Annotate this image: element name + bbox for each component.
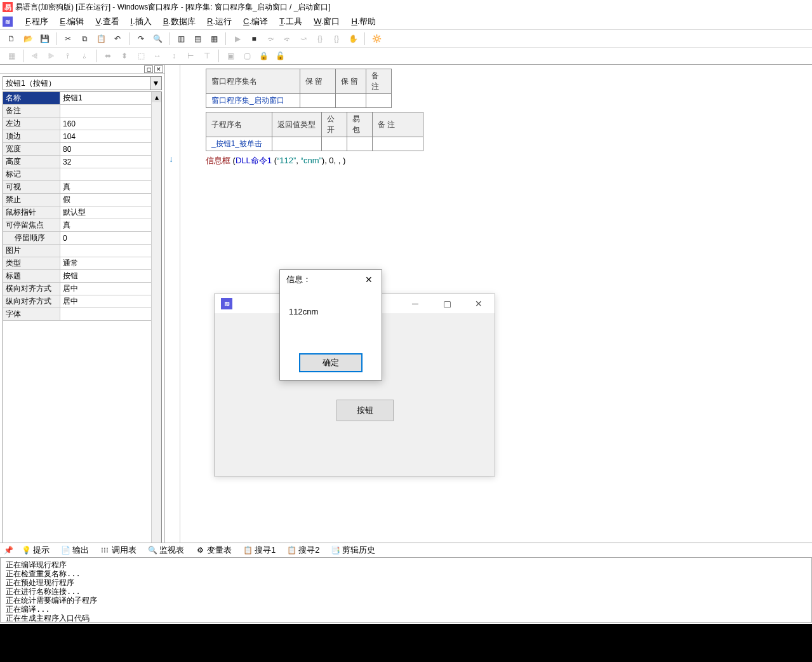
paste-icon[interactable]: 📋 <box>93 32 109 46</box>
code-line[interactable]: 信息框 (DLL命令1 (“112”, “cnm”), 0, , ) <box>206 155 787 166</box>
stop-icon[interactable]: ■ <box>246 32 262 46</box>
app-button[interactable]: 按钮 <box>336 400 394 421</box>
property-row[interactable]: 图片 <box>3 245 161 257</box>
property-row[interactable]: 可停留焦点真 <box>3 219 161 232</box>
property-value[interactable]: 居中 <box>60 283 161 295</box>
property-value[interactable] <box>60 245 161 257</box>
property-name[interactable]: 横向对齐方式 <box>3 283 60 295</box>
property-name[interactable]: 宽度 <box>3 143 60 155</box>
property-name[interactable]: 纵向对齐方式 <box>3 295 60 307</box>
property-name[interactable]: 高度 <box>3 156 60 168</box>
property-name[interactable]: 标题 <box>3 270 60 282</box>
menu-edit[interactable]: E.编辑 <box>55 15 89 29</box>
dock-icon[interactable]: ◻ <box>144 65 153 73</box>
property-value[interactable]: 104 <box>60 130 161 142</box>
outtab-calltable[interactable]: ⁝⁝⁝调用表 <box>98 543 139 557</box>
outtab-vars[interactable]: ⚙变量表 <box>193 543 234 557</box>
property-value[interactable] <box>60 168 161 180</box>
menu-database[interactable]: B.数据库 <box>158 15 201 29</box>
td-procset-name[interactable]: 窗口程序集_启动窗口 <box>206 94 300 108</box>
find-icon[interactable]: 🔍 <box>150 32 165 46</box>
layout2-icon[interactable]: ▤ <box>190 32 205 46</box>
save-icon[interactable]: 💾 <box>37 32 52 46</box>
menu-help[interactable]: H.帮助 <box>346 15 381 29</box>
outtab-find1[interactable]: 📋搜寻1 <box>241 543 278 557</box>
property-value[interactable] <box>60 308 161 320</box>
messagebox-titlebar[interactable]: 信息： ✕ <box>280 270 382 289</box>
property-name[interactable]: 停留顺序 <box>3 232 60 244</box>
copy-icon[interactable]: ⧉ <box>77 32 92 46</box>
close-icon[interactable]: ✕ <box>469 296 488 311</box>
td-easypack[interactable] <box>347 137 373 151</box>
close-panel-icon[interactable]: ✕ <box>154 65 163 73</box>
outtab-watch[interactable]: 🔍监视表 <box>145 543 187 557</box>
td-public[interactable] <box>322 137 347 151</box>
property-value[interactable]: 通常 <box>60 257 161 269</box>
property-name[interactable]: 可停留焦点 <box>3 219 60 231</box>
property-row[interactable]: 禁止假 <box>3 194 161 206</box>
property-value[interactable]: 按钮 <box>60 270 161 282</box>
td-reserve2[interactable] <box>336 94 366 108</box>
property-value[interactable]: 居中 <box>60 295 161 307</box>
property-name[interactable]: 可视 <box>3 181 60 193</box>
menu-compile[interactable]: C.编译 <box>238 15 273 29</box>
property-row[interactable]: 高度32 <box>3 156 161 168</box>
property-row[interactable]: 顶边104 <box>3 130 161 143</box>
td-remark2[interactable] <box>373 137 423 151</box>
property-value[interactable]: 0 <box>60 232 161 244</box>
outtab-output[interactable]: 📄输出 <box>58 543 91 557</box>
property-row[interactable]: 标题按钮 <box>3 270 161 283</box>
property-value[interactable] <box>60 105 161 117</box>
property-row[interactable]: 纵向对齐方式居中 <box>3 295 161 308</box>
menu-run[interactable]: R.运行 <box>202 15 237 29</box>
property-name[interactable]: 类型 <box>3 257 60 269</box>
outtab-find2[interactable]: 📋搜寻2 <box>284 543 322 557</box>
property-name[interactable]: 左边 <box>3 118 60 130</box>
property-value[interactable]: 32 <box>60 156 161 168</box>
property-row[interactable]: 停留顺序0 <box>3 232 161 245</box>
outtab-clip[interactable]: 📑剪辑历史 <box>328 543 378 557</box>
property-row[interactable]: 宽度80 <box>3 143 161 156</box>
property-grid[interactable]: 名称按钮1备注左边160顶边104宽度80高度32标记可视真禁止假鼠标指针默认型… <box>3 91 162 576</box>
property-row[interactable]: 类型通常 <box>3 257 161 270</box>
property-name[interactable]: 禁止 <box>3 194 60 206</box>
property-value[interactable]: 160 <box>60 118 161 130</box>
property-row[interactable]: 字体 <box>3 308 161 321</box>
run-icon[interactable]: ▶ <box>230 32 245 46</box>
property-value[interactable]: 真 <box>60 219 161 231</box>
menu-window[interactable]: W.窗口 <box>309 15 345 29</box>
scrollbar[interactable]: ▴ ▾ <box>151 92 161 575</box>
new-icon[interactable]: 🗋 <box>4 32 19 46</box>
property-name[interactable]: 备注 <box>3 105 60 117</box>
scroll-up-icon[interactable]: ▴ <box>152 92 161 102</box>
ok-button[interactable]: 确定 <box>299 353 363 372</box>
property-value[interactable]: 真 <box>60 181 161 193</box>
property-row[interactable]: 横向对齐方式居中 <box>3 283 161 295</box>
td-rettype[interactable] <box>272 137 322 151</box>
property-name[interactable]: 字体 <box>3 308 60 320</box>
td-reserve1[interactable] <box>300 94 336 108</box>
open-icon[interactable]: 📂 <box>20 32 36 46</box>
property-name[interactable]: 标记 <box>3 168 60 180</box>
layout3-icon[interactable]: ▦ <box>206 32 222 46</box>
property-value[interactable]: 80 <box>60 143 161 155</box>
property-row[interactable]: 标记 <box>3 168 161 181</box>
output-log[interactable]: 正在编译现行程序 正在检查重复名称... 正在预处理现行程序 正在进行名称连接.… <box>0 558 812 623</box>
hand-icon[interactable]: ✋ <box>345 32 361 46</box>
dropdown-arrow-icon[interactable]: ▼ <box>150 77 161 90</box>
property-row[interactable]: 鼠标指针默认型 <box>3 206 161 219</box>
object-selector[interactable]: 按钮1（按钮） ▼ <box>3 76 162 90</box>
outtab-hint[interactable]: 💡提示 <box>19 543 52 557</box>
property-name[interactable]: 顶边 <box>3 130 60 142</box>
property-name[interactable]: 名称 <box>3 92 60 104</box>
menu-insert[interactable]: I.插入 <box>126 15 157 29</box>
property-value[interactable]: 按钮1 <box>60 92 161 104</box>
maximize-icon[interactable]: ▢ <box>437 296 456 311</box>
menu-program[interactable]: F.程序 <box>20 15 53 29</box>
minimize-icon[interactable]: ─ <box>406 296 425 311</box>
app-menu-icon[interactable]: ≋ <box>3 17 13 27</box>
property-row[interactable]: 备注 <box>3 105 161 118</box>
property-value[interactable]: 假 <box>60 194 161 206</box>
property-name[interactable]: 鼠标指针 <box>3 206 60 219</box>
tool-icon[interactable]: 🔆 <box>369 32 384 46</box>
